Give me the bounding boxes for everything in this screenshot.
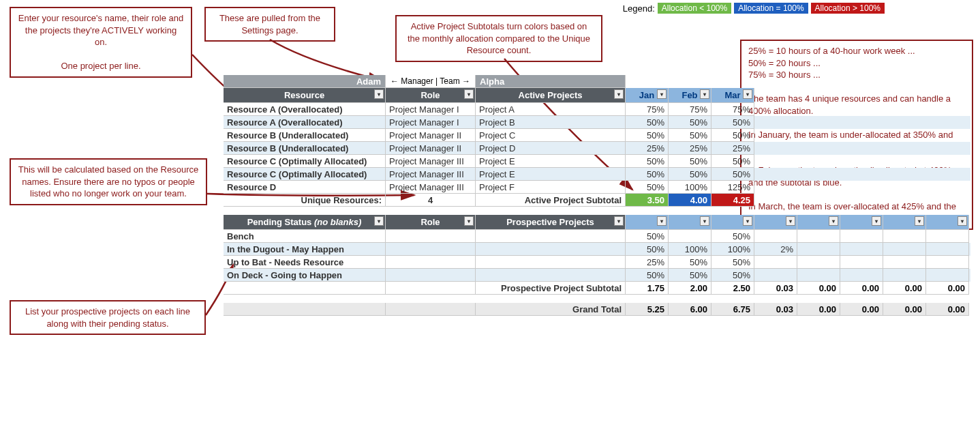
resource-role[interactable]: Project Manager III bbox=[386, 155, 476, 168]
pending-alloc[interactable]: 50% bbox=[669, 269, 711, 282]
pending-alloc[interactable] bbox=[926, 269, 969, 282]
pending-alloc[interactable]: 50% bbox=[711, 230, 754, 243]
pending-status[interactable]: Bench bbox=[224, 230, 386, 243]
alloc-jan[interactable]: 50% bbox=[626, 168, 669, 181]
pending-alloc[interactable] bbox=[797, 243, 840, 256]
filter-icon[interactable]: ▾ bbox=[958, 216, 967, 226]
pending-alloc[interactable]: 50% bbox=[626, 269, 669, 282]
manager-name-cell[interactable]: Adam bbox=[224, 75, 386, 88]
col-prospective-projects[interactable]: Prospective Projects ▾ bbox=[476, 215, 626, 230]
pending-alloc[interactable] bbox=[883, 230, 926, 243]
resource-project[interactable]: Project C bbox=[476, 129, 626, 142]
alloc-mar[interactable]: 50% bbox=[711, 116, 754, 129]
resource-project[interactable]: Project E bbox=[476, 168, 626, 181]
pending-alloc[interactable]: 50% bbox=[626, 243, 669, 256]
col-month-p5[interactable]: ▾ bbox=[797, 215, 840, 230]
col-jan[interactable]: Jan▾ bbox=[626, 88, 669, 103]
resource-role[interactable]: Project Manager II bbox=[386, 129, 476, 142]
resource-project[interactable]: Project F bbox=[476, 181, 626, 194]
pending-project[interactable] bbox=[476, 269, 626, 282]
col-month-p1[interactable]: ▾ bbox=[626, 215, 669, 230]
pending-alloc[interactable] bbox=[669, 230, 711, 243]
filter-icon[interactable]: ▾ bbox=[743, 216, 752, 226]
alloc-mar[interactable]: 125% bbox=[711, 181, 754, 194]
col-month-p2[interactable]: ▾ bbox=[669, 215, 711, 230]
pending-alloc[interactable] bbox=[840, 256, 883, 269]
filter-icon[interactable]: ▾ bbox=[374, 216, 384, 226]
pending-alloc[interactable] bbox=[754, 269, 797, 282]
alloc-feb[interactable]: 25% bbox=[669, 142, 711, 155]
resource-project[interactable]: Project A bbox=[476, 103, 626, 116]
filter-icon[interactable]: ▾ bbox=[700, 89, 709, 99]
pending-role[interactable] bbox=[386, 243, 476, 256]
alloc-feb[interactable]: 100% bbox=[669, 181, 711, 194]
resource-name[interactable]: Resource B (Underallocated) bbox=[224, 142, 386, 155]
resource-role[interactable]: Project Manager I bbox=[386, 116, 476, 129]
pending-alloc[interactable]: 100% bbox=[669, 243, 711, 256]
col-active-projects[interactable]: Active Projects ▾ bbox=[476, 88, 626, 103]
col-month-p3[interactable]: ▾ bbox=[711, 215, 754, 230]
pending-alloc[interactable] bbox=[754, 256, 797, 269]
pending-alloc[interactable]: 25% bbox=[626, 256, 669, 269]
col-role-pending[interactable]: Role ▾ bbox=[386, 215, 476, 230]
col-resource[interactable]: Resource ▾ bbox=[224, 88, 386, 103]
alloc-jan[interactable]: 50% bbox=[626, 129, 669, 142]
pending-alloc[interactable] bbox=[926, 230, 969, 243]
team-name-cell[interactable]: Alpha bbox=[476, 75, 626, 88]
pending-role[interactable] bbox=[386, 269, 476, 282]
alloc-mar[interactable]: 50% bbox=[711, 129, 754, 142]
resource-project[interactable]: Project B bbox=[476, 116, 626, 129]
pending-alloc[interactable] bbox=[883, 256, 926, 269]
filter-icon[interactable]: ▾ bbox=[464, 216, 474, 226]
alloc-jan[interactable]: 50% bbox=[626, 155, 669, 168]
col-month-p8[interactable]: ▾ bbox=[926, 215, 969, 230]
pending-alloc[interactable] bbox=[840, 230, 883, 243]
resource-name[interactable]: Resource B (Underallocated) bbox=[224, 129, 386, 142]
filter-icon[interactable]: ▾ bbox=[374, 89, 384, 99]
filter-icon[interactable]: ▾ bbox=[743, 89, 752, 99]
resource-role[interactable]: Project Manager I bbox=[386, 103, 476, 116]
pending-alloc[interactable] bbox=[840, 243, 883, 256]
pending-alloc[interactable]: 50% bbox=[669, 256, 711, 269]
filter-icon[interactable]: ▾ bbox=[657, 89, 667, 99]
col-mar[interactable]: Mar▾ bbox=[711, 88, 754, 103]
alloc-jan[interactable]: 25% bbox=[626, 142, 669, 155]
alloc-feb[interactable]: 50% bbox=[669, 129, 711, 142]
alloc-mar[interactable]: 25% bbox=[711, 142, 754, 155]
alloc-mar[interactable]: 75% bbox=[711, 103, 754, 116]
col-month-p6[interactable]: ▾ bbox=[840, 215, 883, 230]
alloc-jan[interactable]: 50% bbox=[626, 181, 669, 194]
pending-alloc[interactable] bbox=[883, 243, 926, 256]
pending-status[interactable]: In the Dugout - May Happen bbox=[224, 243, 386, 256]
resource-name[interactable]: Resource A (Overallocated) bbox=[224, 116, 386, 129]
pending-role[interactable] bbox=[386, 230, 476, 243]
filter-icon[interactable]: ▾ bbox=[829, 216, 838, 226]
pending-alloc[interactable] bbox=[754, 230, 797, 243]
resource-name[interactable]: Resource A (Overallocated) bbox=[224, 103, 386, 116]
resource-role[interactable]: Project Manager II bbox=[386, 142, 476, 155]
pending-alloc[interactable]: 100% bbox=[711, 243, 754, 256]
pending-alloc[interactable]: 50% bbox=[626, 230, 669, 243]
pending-alloc[interactable] bbox=[926, 243, 969, 256]
filter-icon[interactable]: ▾ bbox=[614, 216, 624, 226]
alloc-feb[interactable]: 50% bbox=[669, 116, 711, 129]
resource-role[interactable]: Project Manager III bbox=[386, 181, 476, 194]
filter-icon[interactable]: ▾ bbox=[657, 216, 667, 226]
filter-icon[interactable]: ▾ bbox=[464, 89, 474, 99]
resource-role[interactable]: Project Manager III bbox=[386, 168, 476, 181]
pending-alloc[interactable]: 2% bbox=[754, 243, 797, 256]
alloc-mar[interactable]: 50% bbox=[711, 168, 754, 181]
pending-alloc[interactable]: 50% bbox=[711, 256, 754, 269]
col-role[interactable]: Role ▾ bbox=[386, 88, 476, 103]
col-pending-status[interactable]: Pending Status (no blanks) ▾ bbox=[224, 215, 386, 230]
col-month-p7[interactable]: ▾ bbox=[883, 215, 926, 230]
pending-alloc[interactable] bbox=[926, 256, 969, 269]
resource-name[interactable]: Resource C (Optimally Allocated) bbox=[224, 168, 386, 181]
pending-alloc[interactable] bbox=[797, 269, 840, 282]
filter-icon[interactable]: ▾ bbox=[700, 216, 709, 226]
resource-project[interactable]: Project D bbox=[476, 142, 626, 155]
alloc-feb[interactable]: 50% bbox=[669, 168, 711, 181]
pending-project[interactable] bbox=[476, 230, 626, 243]
filter-icon[interactable]: ▾ bbox=[614, 89, 624, 99]
resource-project[interactable]: Project E bbox=[476, 155, 626, 168]
